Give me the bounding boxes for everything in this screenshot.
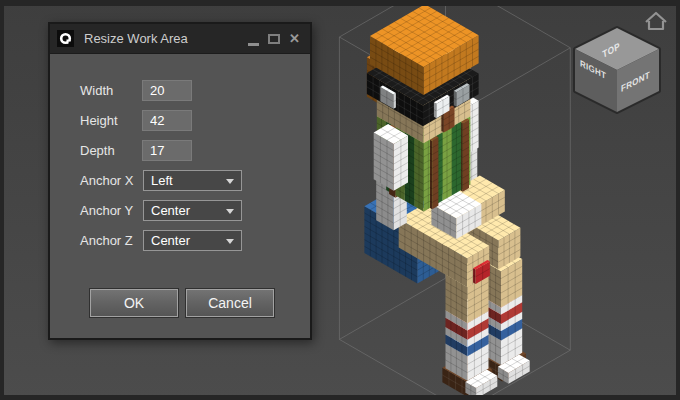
width-label: Width xyxy=(80,83,113,98)
anchor-z-label: Anchor Z xyxy=(80,233,133,248)
voxel-part-suspender-front-left[interactable] xyxy=(461,118,469,191)
height-label: Height xyxy=(80,113,118,128)
window-border-top xyxy=(0,0,680,6)
depth-label: Depth xyxy=(80,143,115,158)
app-window: TOP RIGHT FRONT Resize Work Area ✕ xyxy=(0,0,680,400)
window-border-right xyxy=(676,0,680,400)
anchor-z-value: Center xyxy=(151,233,190,248)
anchor-y-label: Anchor Y xyxy=(80,203,133,218)
anchor-x-dropdown[interactable]: Left xyxy=(143,170,242,191)
chevron-down-icon xyxy=(226,239,234,244)
width-input[interactable] xyxy=(142,80,192,101)
anchor-y-value: Center xyxy=(151,203,190,218)
close-button[interactable]: ✕ xyxy=(289,32,300,45)
ok-button[interactable]: OK xyxy=(90,289,178,317)
voxel-character[interactable] xyxy=(364,4,529,399)
height-input[interactable] xyxy=(142,110,192,131)
window-border-left xyxy=(0,0,4,400)
anchor-x-value: Left xyxy=(151,173,173,188)
depth-input[interactable] xyxy=(142,140,192,161)
anchor-z-dropdown[interactable]: Center xyxy=(143,230,242,251)
qubicle-logo-icon xyxy=(57,30,74,47)
resize-work-area-dialog: Resize Work Area ✕ Width Height Depth An… xyxy=(48,22,312,340)
dialog-title: Resize Work Area xyxy=(84,31,248,46)
minimize-button[interactable] xyxy=(248,36,259,46)
cancel-button[interactable]: Cancel xyxy=(186,289,274,317)
chevron-down-icon xyxy=(226,209,234,214)
voxel-part-suspender-front-right[interactable] xyxy=(430,136,438,209)
nav-cube[interactable]: TOP RIGHT FRONT xyxy=(575,28,659,112)
anchor-x-label: Anchor X xyxy=(80,173,133,188)
dialog-titlebar[interactable]: Resize Work Area ✕ xyxy=(50,24,310,54)
window-border-bottom xyxy=(0,395,680,400)
chevron-down-icon xyxy=(226,179,234,184)
voxel-part-arm-left-sleeve[interactable] xyxy=(374,124,408,191)
anchor-y-dropdown[interactable]: Center xyxy=(143,200,242,221)
home-icon[interactable] xyxy=(646,13,666,29)
maximize-button[interactable] xyxy=(268,34,280,44)
